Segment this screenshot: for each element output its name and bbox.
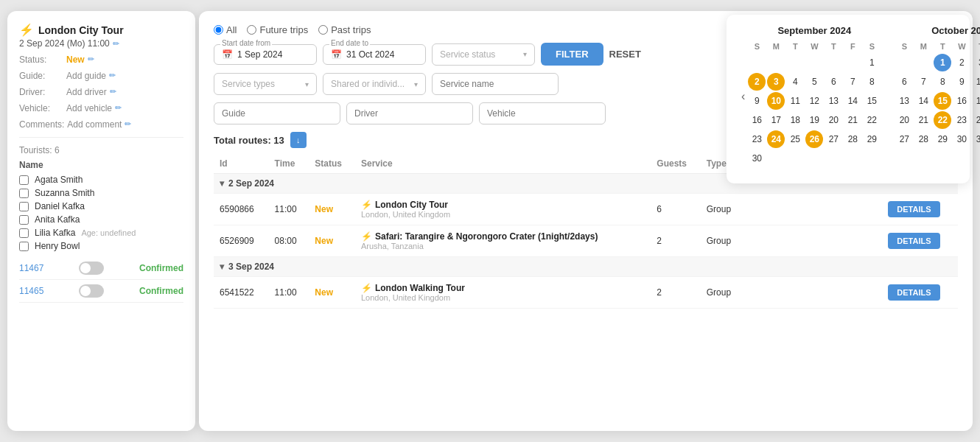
cell-vehicle: [832, 194, 882, 225]
cal-day[interactable]: 10: [767, 92, 785, 110]
cal-day[interactable]: 6: [825, 73, 842, 91]
details-button[interactable]: DETAILS: [888, 233, 939, 249]
tourist-checkbox[interactable]: [19, 242, 29, 251]
cal-day[interactable]: 17: [767, 111, 785, 129]
cal-day[interactable]: 20: [895, 111, 913, 129]
toggle-switch[interactable]: [79, 284, 104, 298]
guide-edit-icon[interactable]: ✏: [109, 71, 116, 80]
cell-guests: 2: [651, 277, 700, 309]
cell-driver: [788, 194, 832, 225]
comments-edit-icon[interactable]: ✏: [125, 119, 131, 129]
end-date-field[interactable]: End date to 📅 31 Oct 2024: [323, 44, 426, 65]
driver-input[interactable]: [346, 102, 473, 124]
cal-day[interactable]: 14: [914, 92, 932, 110]
tourist-checkbox[interactable]: [19, 175, 29, 185]
cal-day[interactable]: 2: [748, 73, 766, 91]
cal-day[interactable]: 8: [863, 73, 881, 91]
cal-day[interactable]: 18: [786, 111, 804, 129]
toggle-id[interactable]: 11465: [19, 286, 43, 296]
tourist-checkbox[interactable]: [19, 228, 29, 238]
guide-input[interactable]: [214, 102, 340, 124]
cal-day[interactable]: 21: [844, 111, 861, 129]
service-name-input[interactable]: [432, 73, 559, 95]
radio-past[interactable]: Past trips: [318, 24, 371, 35]
cal-day[interactable]: 13: [895, 92, 913, 110]
tourist-checkbox[interactable]: [19, 189, 29, 198]
toggle-switch[interactable]: [79, 262, 104, 275]
cell-guide: [743, 277, 787, 309]
details-button[interactable]: DETAILS: [888, 201, 939, 217]
cal-day[interactable]: 20: [825, 111, 842, 129]
cal-day[interactable]: 15: [863, 92, 881, 110]
cal-day[interactable]: 27: [825, 130, 842, 148]
cal-prev-icon[interactable]: ‹: [738, 90, 748, 103]
cal-day[interactable]: 24: [767, 130, 785, 148]
reset-button[interactable]: RESET: [609, 49, 641, 60]
cal-day[interactable]: 11: [786, 92, 804, 110]
start-date-field[interactable]: Start date from 📅 1 Sep 2024: [214, 44, 317, 65]
driver-edit-icon[interactable]: ✏: [110, 87, 116, 97]
tourist-name: Suzanna Smith: [35, 188, 94, 198]
cal-day[interactable]: 17: [972, 92, 980, 110]
cal-day[interactable]: 28: [844, 130, 861, 148]
toggle-id[interactable]: 11467: [19, 263, 43, 273]
cell-id: 6541522: [214, 277, 269, 309]
cal-day[interactable]: 7: [844, 73, 861, 91]
cal-day[interactable]: 9: [748, 92, 766, 110]
radio-future[interactable]: Future trips: [247, 24, 308, 35]
cal-day[interactable]: 19: [805, 111, 823, 129]
cal-day[interactable]: 23: [748, 130, 766, 148]
tourist-checkbox[interactable]: [19, 215, 29, 225]
cal-day[interactable]: 27: [895, 130, 913, 148]
cal-day[interactable]: 25: [786, 130, 804, 148]
cal-day[interactable]: 3: [972, 54, 980, 71]
cal-day[interactable]: 24: [972, 111, 980, 129]
cal-day[interactable]: 4: [786, 73, 804, 91]
cal-day[interactable]: 29: [863, 130, 881, 148]
cal-day[interactable]: 1: [934, 54, 951, 71]
cal-day[interactable]: 22: [863, 111, 881, 129]
cal-day[interactable]: 16: [953, 92, 970, 110]
cal-day[interactable]: 5: [805, 73, 823, 91]
cal-day[interactable]: 12: [805, 92, 823, 110]
tourist-checkbox[interactable]: [19, 202, 29, 211]
cal-day[interactable]: 13: [825, 92, 842, 110]
cal-day[interactable]: 16: [748, 111, 766, 129]
cal-day[interactable]: 23: [953, 111, 970, 129]
cal-day[interactable]: 1: [863, 54, 881, 71]
cal-day[interactable]: 15: [934, 92, 951, 110]
cal-day[interactable]: 3: [767, 73, 785, 91]
cal-day[interactable]: 30: [953, 130, 970, 148]
list-item: 11467 Confirmed: [19, 257, 183, 280]
cal-day[interactable]: 31: [972, 130, 980, 148]
details-button[interactable]: DETAILS: [888, 284, 939, 301]
sep-title: September 2024: [748, 25, 881, 36]
shared-select[interactable]: Shared or individ... ▾: [323, 73, 426, 95]
cal-day[interactable]: 10: [972, 73, 980, 91]
chevron-down-icon: ▾: [220, 178, 224, 189]
vehicle-edit-icon[interactable]: ✏: [115, 103, 122, 113]
service-status-select[interactable]: Service status ▾: [432, 43, 535, 66]
cal-day[interactable]: 28: [914, 130, 932, 148]
cal-day[interactable]: 9: [953, 73, 970, 91]
cal-day[interactable]: 6: [895, 73, 913, 91]
tourist-name: Lilia Kafka: [35, 228, 75, 238]
cal-day[interactable]: 21: [914, 111, 932, 129]
vehicle-input[interactable]: [479, 102, 606, 124]
cal-day[interactable]: 14: [844, 92, 861, 110]
cal-day[interactable]: 8: [934, 73, 951, 91]
cal-day: [844, 54, 861, 71]
filter-button[interactable]: FILTER: [541, 43, 603, 66]
cal-day[interactable]: 26: [805, 130, 823, 148]
cal-day[interactable]: 22: [934, 111, 951, 129]
cal-day[interactable]: 2: [953, 54, 970, 71]
date-edit-icon[interactable]: ✏: [113, 39, 119, 49]
radio-all[interactable]: All: [214, 24, 237, 35]
cal-day[interactable]: 7: [914, 73, 932, 91]
status-edit-icon[interactable]: ✏: [88, 55, 94, 64]
cal-day[interactable]: 29: [934, 130, 951, 148]
list-item: Agata Smith: [19, 175, 183, 185]
service-types-select[interactable]: Service types ▾: [214, 73, 317, 95]
export-icon[interactable]: ↓: [290, 132, 307, 148]
cal-day[interactable]: 30: [748, 150, 766, 167]
